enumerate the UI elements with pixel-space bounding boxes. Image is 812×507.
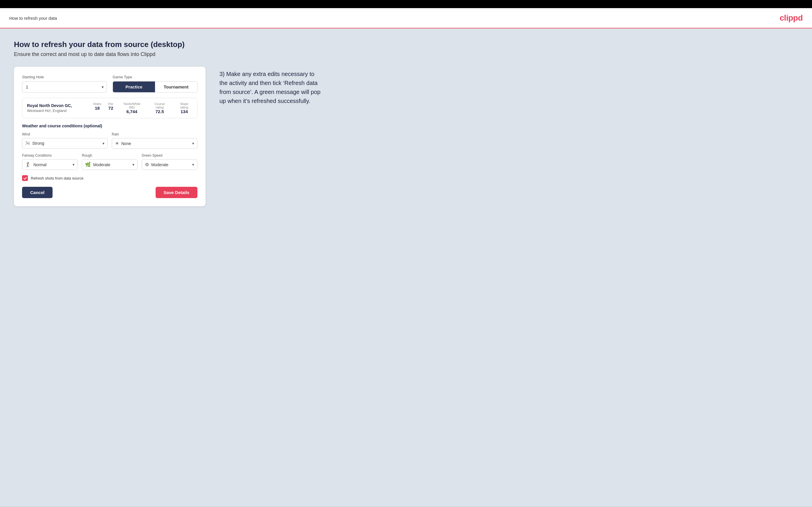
green-speed-label: Green Speed bbox=[142, 154, 197, 158]
wind-select-left: 🌬 Strong bbox=[25, 141, 44, 146]
conditions-row-2: Fairway Conditions 🏌 Normal ▾ Rough 🌿 bbox=[22, 154, 197, 170]
refresh-checkbox[interactable] bbox=[22, 175, 28, 181]
practice-button[interactable]: Practice bbox=[113, 81, 155, 92]
save-details-button[interactable]: Save Details bbox=[156, 187, 197, 198]
game-type-toggle: Practice Tournament bbox=[113, 81, 197, 93]
conditions-row-1: Wind 🌬 Strong ▾ Rain ☀ None bbox=[22, 132, 197, 149]
green-speed-value: Moderate bbox=[151, 162, 168, 167]
fairway-chevron-icon: ▾ bbox=[72, 162, 74, 167]
cancel-button[interactable]: Cancel bbox=[22, 187, 53, 198]
side-note-text: 3) Make any extra edits necessary to the… bbox=[219, 70, 324, 106]
starting-hole-select-wrapper[interactable]: 1 10 ▾ bbox=[22, 81, 107, 93]
green-speed-select[interactable]: ⚙ Moderate ▾ bbox=[142, 159, 197, 170]
course-rating-value: 72.5 bbox=[150, 109, 169, 114]
game-type-label: Game Type bbox=[113, 75, 197, 79]
checkmark-icon bbox=[23, 176, 27, 180]
fairway-value: Normal bbox=[33, 162, 46, 167]
rain-value: None bbox=[121, 141, 131, 146]
fairway-icon: 🏌 bbox=[25, 162, 31, 167]
rough-chevron-icon: ▾ bbox=[133, 162, 135, 167]
holes-label: Holes bbox=[93, 102, 101, 106]
green-speed-chevron-icon: ▾ bbox=[192, 162, 194, 167]
course-name: Royal North Devon GC, bbox=[27, 103, 93, 108]
rough-label: Rough bbox=[82, 154, 138, 158]
refresh-checkbox-label: Refresh shots from data source bbox=[31, 176, 83, 180]
stat-slope-rating: Slope rating 134 bbox=[176, 102, 193, 114]
fairway-label: Fairway Conditions bbox=[22, 154, 78, 158]
par-label: Par bbox=[108, 102, 113, 106]
course-rating-label: Course rating bbox=[150, 102, 169, 109]
content-area: Starting Hole 1 10 ▾ Game Type Practice … bbox=[14, 67, 798, 206]
starting-hole-select[interactable]: 1 10 bbox=[22, 81, 107, 92]
holes-value: 18 bbox=[93, 106, 101, 111]
rain-select-left: ☀ None bbox=[115, 141, 131, 146]
tournament-button[interactable]: Tournament bbox=[155, 81, 197, 92]
green-speed-group: Green Speed ⚙ Moderate ▾ bbox=[142, 154, 197, 170]
rough-group: Rough 🌿 Moderate ▾ bbox=[82, 154, 138, 170]
wind-icon: 🌬 bbox=[25, 141, 30, 146]
fairway-select[interactable]: 🏌 Normal ▾ bbox=[22, 159, 78, 170]
stat-holes: Holes 18 bbox=[93, 102, 101, 114]
conditions-section-title: Weather and course conditions (optional) bbox=[22, 123, 197, 128]
rain-icon: ☀ bbox=[115, 141, 119, 146]
side-description: 3) Make any extra edits necessary to the… bbox=[219, 67, 324, 106]
slope-rating-value: 134 bbox=[176, 109, 193, 114]
starting-hole-label: Starting Hole bbox=[22, 75, 107, 79]
wind-value: Strong bbox=[32, 141, 44, 146]
course-stats: Holes 18 Par 72 Yards/White (M)) 6,744 C… bbox=[93, 102, 193, 114]
rough-select[interactable]: 🌿 Moderate ▾ bbox=[82, 159, 138, 170]
rough-select-left: 🌿 Moderate bbox=[85, 162, 110, 167]
yards-label: Yards/White (M)) bbox=[120, 102, 143, 109]
par-value: 72 bbox=[108, 106, 113, 111]
course-row: Royal North Devon GC, Westward Ho!, Engl… bbox=[22, 98, 197, 118]
starting-hole-group: Starting Hole 1 10 ▾ bbox=[22, 75, 107, 93]
rain-select[interactable]: ☀ None ▾ bbox=[112, 138, 197, 149]
rain-group: Rain ☀ None ▾ bbox=[112, 132, 197, 149]
rough-icon: 🌿 bbox=[85, 162, 91, 167]
stat-par: Par 72 bbox=[108, 102, 113, 114]
wind-group: Wind 🌬 Strong ▾ bbox=[22, 132, 108, 149]
header: How to refresh your data clippd bbox=[0, 8, 812, 29]
course-info: Royal North Devon GC, Westward Ho!, Engl… bbox=[27, 103, 93, 113]
main-content: How to refresh your data from source (de… bbox=[0, 29, 812, 506]
page-heading: How to refresh your data from source (de… bbox=[14, 40, 798, 49]
page-subheading: Ensure the correct and most up to date d… bbox=[14, 51, 798, 57]
form-card: Starting Hole 1 10 ▾ Game Type Practice … bbox=[14, 67, 206, 206]
top-bar bbox=[0, 0, 812, 8]
header-title: How to refresh your data bbox=[9, 16, 57, 20]
yards-value: 6,744 bbox=[120, 109, 143, 114]
form-top-row: Starting Hole 1 10 ▾ Game Type Practice … bbox=[22, 75, 197, 93]
button-row: Cancel Save Details bbox=[22, 187, 197, 198]
green-speed-select-left: ⚙ Moderate bbox=[145, 162, 168, 167]
rain-label: Rain bbox=[112, 132, 197, 136]
refresh-checkbox-row: Refresh shots from data source bbox=[22, 175, 197, 181]
stat-course-rating: Course rating 72.5 bbox=[150, 102, 169, 114]
fairway-select-left: 🏌 Normal bbox=[25, 162, 46, 167]
rough-value: Moderate bbox=[93, 162, 110, 167]
green-speed-icon: ⚙ bbox=[145, 162, 149, 167]
course-location: Westward Ho!, England bbox=[27, 109, 93, 113]
rain-chevron-icon: ▾ bbox=[192, 141, 194, 146]
wind-chevron-icon: ▾ bbox=[102, 141, 104, 146]
game-type-group-container: Game Type Practice Tournament bbox=[113, 75, 197, 93]
stat-yards: Yards/White (M)) 6,744 bbox=[120, 102, 143, 114]
fairway-group: Fairway Conditions 🏌 Normal ▾ bbox=[22, 154, 78, 170]
slope-rating-label: Slope rating bbox=[176, 102, 193, 109]
wind-select[interactable]: 🌬 Strong ▾ bbox=[22, 138, 108, 149]
logo: clippd bbox=[780, 13, 803, 22]
wind-label: Wind bbox=[22, 132, 108, 136]
